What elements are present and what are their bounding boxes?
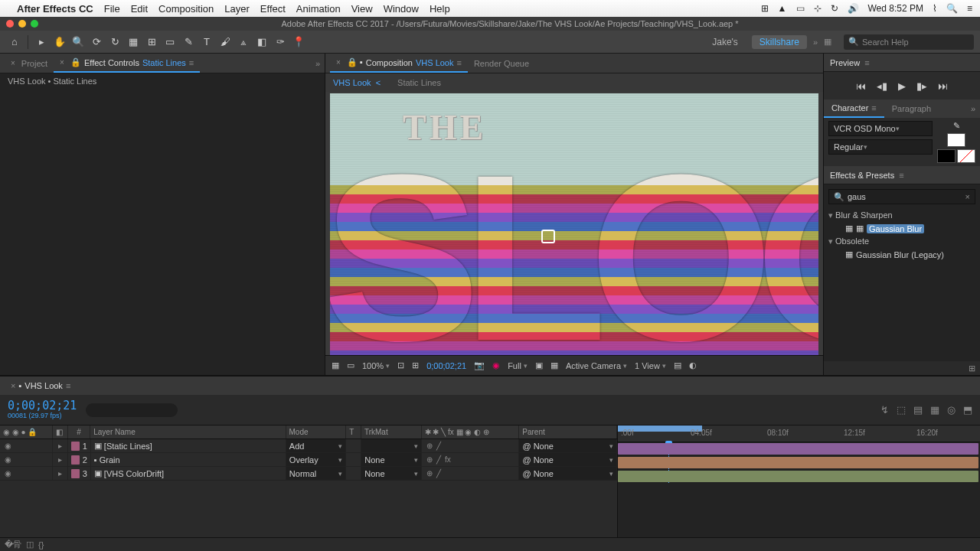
comp-crumb-staticlines[interactable]: Static Lines (394, 78, 444, 87)
roto-tool[interactable]: ✑ (272, 34, 289, 51)
pen-tool[interactable]: ✎ (180, 34, 197, 51)
pickwhip-icon[interactable]: @ (522, 455, 531, 465)
tab-project[interactable]: ×Project (5, 54, 54, 73)
tab-effect-controls[interactable]: ×🔒 Effect Controls Static Lines ≡ (54, 54, 200, 73)
parent-dropdown[interactable]: None (534, 469, 613, 478)
col-number[interactable]: # (68, 425, 91, 439)
bg-swatch[interactable] (937, 149, 956, 163)
maximize-window[interactable] (31, 20, 38, 28)
tab-render-queue[interactable]: Render Queue (468, 54, 535, 73)
comp-mini-flow-icon[interactable]: ↯ (880, 404, 889, 416)
menu-view[interactable]: View (351, 3, 373, 15)
sync-icon[interactable]: ↻ (831, 3, 838, 14)
toggle-switches-icon[interactable]: �骨 (5, 539, 21, 550)
col-label[interactable]: ◧ (53, 425, 68, 439)
shape-tool[interactable]: ▭ (162, 34, 178, 51)
visibility-icon[interactable]: ◉ (3, 442, 12, 450)
camera-dropdown[interactable]: Active Camera (566, 361, 627, 370)
selection-tool[interactable]: ▸ (33, 34, 50, 51)
layer-row-1[interactable]: ◉ ▸ 1 ▣ [Static Lines] Add ⊕ ╱ @ None (0, 439, 617, 453)
play-icon[interactable]: ▶ (898, 80, 906, 92)
home-icon[interactable]: ⌂ (6, 34, 23, 51)
tab-character[interactable]: Character ≡ (824, 99, 884, 118)
draft-3d-icon[interactable]: ⬚ (897, 404, 906, 416)
visibility-icon[interactable]: ◉ (3, 455, 12, 464)
menu-window[interactable]: Window (384, 3, 419, 15)
col-parent[interactable]: Parent (519, 425, 617, 439)
display-icon[interactable]: ▭ (796, 3, 805, 14)
col-switches[interactable]: ✱ ✱ ╲ fx ▦ ◉ ◐ ⊕ (422, 425, 520, 439)
effects-presets-header[interactable]: Effects & Presets≡ (824, 166, 980, 184)
views-dropdown[interactable]: 1 View (635, 361, 666, 370)
motion-blur-icon[interactable]: ▦ (930, 404, 939, 416)
time-ruler[interactable]: :00f 04:05f 08:10f 12:15f 16:20f (618, 425, 980, 442)
panel-overflow-icon[interactable]: » (315, 59, 320, 68)
menu-animation[interactable]: Animation (296, 3, 341, 15)
stroke-swatch[interactable] (957, 149, 975, 163)
col-t[interactable]: T (346, 425, 361, 439)
last-frame-icon[interactable]: ⏭ (938, 80, 948, 92)
camera-tool[interactable]: ▦ (125, 34, 142, 51)
new-bin-icon[interactable]: ⊞ (969, 364, 975, 373)
fill-swatch[interactable] (947, 133, 965, 147)
brush-tool[interactable]: 🖌 (217, 34, 234, 51)
workspace-settings-icon[interactable]: ▦ (824, 37, 831, 47)
hand-tool[interactable]: ✋ (51, 34, 68, 51)
comp-crumb-vhslook[interactable]: VHS Look < (330, 78, 384, 87)
char-overflow-icon[interactable]: » (966, 104, 980, 113)
channel-icon[interactable]: ◉ (492, 360, 500, 370)
timeline-search[interactable] (86, 403, 178, 417)
bluetooth-icon[interactable]: ⊹ (814, 3, 822, 14)
canvas[interactable]: THE SLOOK (330, 93, 818, 355)
col-mode[interactable]: Mode (286, 425, 347, 439)
next-frame-icon[interactable]: ▮▸ (916, 80, 927, 92)
menu-layer[interactable]: Layer (224, 3, 250, 15)
trkmat-dropdown[interactable]: None (364, 469, 418, 478)
toggle-modes-icon[interactable]: ◫ (26, 540, 34, 549)
mode-dropdown[interactable]: Normal (289, 469, 343, 478)
region-icon[interactable]: ▣ (535, 360, 543, 370)
parent-dropdown[interactable]: None (534, 442, 613, 451)
mask-icon[interactable]: ▦ (550, 360, 558, 370)
first-frame-icon[interactable]: ⏮ (856, 80, 866, 92)
fx-gaussian-blur-legacy[interactable]: ▦ Gaussian Blur (Legacy) (828, 248, 975, 261)
clear-search-icon[interactable]: × (965, 192, 970, 201)
res-icon[interactable]: ⊡ (397, 360, 404, 370)
eraser-tool[interactable]: ◧ (253, 34, 270, 51)
tab-composition[interactable]: ×🔒 ▪ Composition VHS Look ≡ (330, 54, 468, 73)
grid-icon[interactable]: ▦ (332, 360, 339, 370)
cc-status-icon[interactable]: ⊞ (761, 3, 769, 14)
layer-row-2[interactable]: ◉ ▸ 2 ▪ Grain Overlay None ⊕ ╱ fx @ None (0, 453, 617, 467)
col-layer-name[interactable]: Layer Name (90, 425, 286, 439)
eyedropper-icon[interactable]: ✎ (953, 121, 960, 131)
tab-paragraph[interactable]: Paragraph (884, 99, 939, 118)
trkmat-dropdown[interactable] (364, 442, 418, 450)
layer-row-3[interactable]: ◉ ▸ 3 ▣ [VHS ColorDrift] Normal None ⊕ ╱… (0, 467, 617, 481)
menu-file[interactable]: File (104, 3, 120, 15)
menu-composition[interactable]: Composition (158, 3, 214, 15)
brainstorm-icon[interactable]: ⬒ (963, 404, 972, 416)
pickwhip-icon[interactable]: @ (522, 469, 531, 478)
wifi-icon[interactable]: ⌇ (933, 3, 937, 14)
app-name[interactable]: After Effects CC (17, 3, 93, 15)
toggle-in-out-icon[interactable]: {} (38, 540, 44, 549)
type-tool[interactable]: T (198, 34, 215, 51)
effects-search-input[interactable]: 🔍 gaus× (828, 189, 975, 204)
twirl-icon[interactable]: ▸ (56, 442, 64, 450)
graph-editor-icon[interactable]: ◎ (947, 404, 956, 416)
resolution-dropdown[interactable]: Full (508, 361, 528, 370)
guides-icon[interactable]: ⊞ (412, 360, 419, 370)
menu-help[interactable]: Help (430, 3, 450, 15)
puppet-tool[interactable]: 📍 (290, 34, 307, 51)
preview-time[interactable]: 0;00;02;21 (426, 361, 466, 370)
trkmat-dropdown[interactable]: None (364, 455, 418, 465)
clip-vhs-colordrift[interactable] (618, 471, 978, 482)
menu-edit[interactable]: Edit (131, 3, 148, 15)
zoom-tool[interactable]: 🔍 (70, 34, 87, 51)
pan-behind-tool[interactable]: ⊞ (143, 34, 160, 51)
search-help-input[interactable]: 🔍 Search Help (844, 34, 974, 50)
workspace-overflow[interactable]: » (813, 37, 818, 47)
timeline-timecode[interactable]: 0;00;02;21 (8, 399, 77, 412)
toggle-transparency-icon[interactable]: ▭ (347, 360, 354, 370)
parent-dropdown[interactable]: None (534, 455, 613, 465)
